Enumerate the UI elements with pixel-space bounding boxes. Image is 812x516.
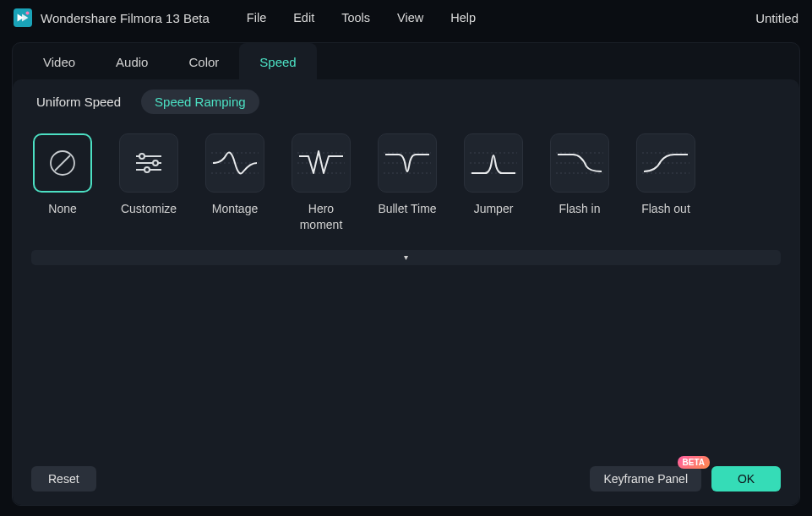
preset-flash-out[interactable]: Flash out [635, 133, 697, 233]
preset-bullet-time[interactable]: Bullet Time [376, 133, 439, 233]
preset-hero-moment[interactable]: Hero moment [290, 133, 352, 233]
expand-bar[interactable]: ▾ [31, 250, 781, 265]
tab-speed[interactable]: Speed [239, 43, 316, 80]
sub-tabs: Uniform Speed Speed Ramping [13, 79, 799, 123]
speed-panel: Video Audio Color Speed Uniform Speed Sp… [12, 42, 800, 506]
preset-label: Flash out [641, 201, 690, 217]
menubar: Wondershare Filmora 13 Beta File Edit To… [0, 0, 812, 35]
tab-video[interactable]: Video [23, 43, 95, 80]
preset-montage[interactable]: Montage [204, 133, 266, 233]
jumper-curve-icon [464, 133, 523, 193]
tab-color[interactable]: Color [168, 43, 239, 80]
tab-audio[interactable]: Audio [95, 43, 168, 80]
menu-help[interactable]: Help [450, 11, 476, 24]
preset-none[interactable]: None [31, 133, 94, 233]
preset-label: None [48, 201, 76, 217]
preset-label: Flash in [559, 201, 600, 217]
panel-body: Uniform Speed Speed Ramping None [13, 79, 799, 505]
app-title: Wondershare Filmora 13 Beta [41, 11, 210, 25]
project-title: Untitled [755, 11, 798, 25]
main-tabs: Video Audio Color Speed [13, 43, 799, 80]
chevron-down-icon: ▾ [404, 253, 408, 262]
keyframe-panel-button[interactable]: Keyframe Panel BETA [590, 466, 701, 492]
montage-curve-icon [205, 133, 264, 193]
svg-point-1 [25, 11, 29, 14]
preset-label: Montage [212, 201, 258, 217]
menu-file[interactable]: File [247, 11, 266, 24]
svg-point-9 [144, 167, 150, 172]
preset-customize[interactable]: Customize [117, 133, 180, 233]
subtab-speed-ramping[interactable]: Speed Ramping [141, 90, 259, 114]
footer: Reset Keyframe Panel BETA OK [13, 456, 799, 505]
preset-label: Bullet Time [378, 201, 436, 217]
none-icon [33, 133, 92, 193]
app-logo-icon [14, 8, 32, 27]
preset-jumper[interactable]: Jumper [462, 133, 525, 233]
svg-point-5 [139, 154, 144, 159]
reset-button[interactable]: Reset [31, 466, 96, 492]
ok-button[interactable]: OK [711, 466, 781, 492]
sliders-icon [119, 133, 178, 193]
preset-flash-in[interactable]: Flash in [548, 133, 611, 233]
flashout-curve-icon [636, 133, 695, 193]
flashin-curve-icon [550, 133, 609, 193]
presets-row: None Customize [13, 123, 799, 243]
hero-curve-icon [292, 133, 351, 193]
menu-view[interactable]: View [397, 11, 423, 24]
menu-tools[interactable]: Tools [341, 11, 370, 24]
preset-label: Hero moment [290, 201, 352, 233]
beta-badge: BETA [678, 456, 710, 469]
menu-edit[interactable]: Edit [293, 11, 314, 24]
svg-point-7 [153, 160, 158, 166]
bullet-curve-icon [378, 133, 437, 193]
subtab-uniform-speed[interactable]: Uniform Speed [36, 95, 121, 109]
svg-line-3 [55, 155, 70, 171]
preset-label: Customize [121, 201, 177, 217]
keyframe-panel-label: Keyframe Panel [603, 472, 688, 486]
preset-label: Jumper [474, 201, 514, 217]
